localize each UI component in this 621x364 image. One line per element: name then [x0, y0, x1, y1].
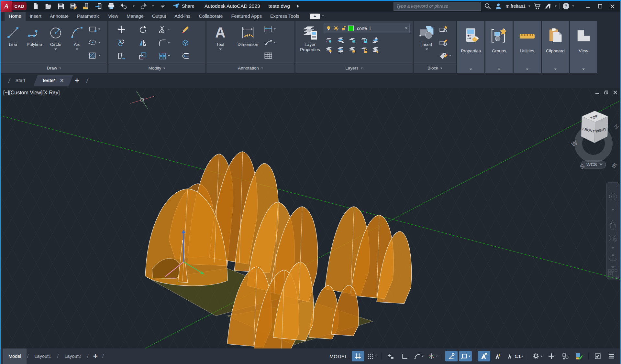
copy-button[interactable]	[111, 38, 132, 47]
ribbon-collapse-button[interactable]	[310, 14, 320, 19]
save-as-icon[interactable]	[70, 2, 77, 10]
navigation-bar[interactable]	[606, 182, 619, 279]
close-button[interactable]	[606, 1, 618, 11]
tab-featured-apps[interactable]: Featured Apps	[227, 12, 266, 21]
linear-dimension-button[interactable]	[264, 24, 276, 35]
scale-dropdown-icon[interactable]	[522, 356, 524, 357]
viewport-close-icon[interactable]	[613, 91, 617, 94]
circle-dropdown-icon[interactable]	[54, 48, 57, 50]
ellipse-dropdown-icon[interactable]	[98, 42, 100, 43]
app-store-cart-icon[interactable]	[533, 2, 541, 10]
layer-dropdown[interactable]: corte_l	[324, 24, 410, 33]
tab-collaborate[interactable]: Collaborate	[194, 12, 227, 21]
model-canvas[interactable]: W S E N TOP FRONT RIGHT WCS	[1, 88, 620, 348]
layer-isolate-button[interactable]	[337, 37, 345, 44]
grid-toggle[interactable]	[352, 351, 364, 361]
annotation-scale-button[interactable]: 1:1	[506, 351, 525, 361]
clean-screen-button[interactable]	[592, 351, 604, 361]
title-expand-icon[interactable]	[297, 5, 299, 8]
move-button[interactable]	[111, 25, 132, 34]
annotation-panel-label[interactable]: Annotation	[206, 63, 294, 73]
autoscale-toggle[interactable]	[492, 351, 504, 361]
help-dropdown-icon[interactable]	[572, 5, 574, 7]
leader-dropdown-icon[interactable]	[274, 42, 276, 43]
autodesk-mark-icon[interactable]	[544, 2, 552, 10]
arc-button[interactable]: Arc	[67, 22, 87, 63]
ellipse-button[interactable]	[88, 37, 100, 48]
object-snap-toggle[interactable]	[459, 351, 472, 361]
layer-properties-button[interactable]: Layer Properties	[298, 22, 322, 63]
fillet-dropdown-icon[interactable]	[168, 42, 170, 43]
utilities-panel-expand-icon[interactable]	[526, 69, 528, 70]
snap-dropdown-icon[interactable]	[375, 356, 377, 357]
circle-button[interactable]: Circle	[46, 22, 66, 63]
tab-model[interactable]: Model	[3, 348, 27, 364]
array-button[interactable]	[153, 52, 175, 60]
viewport-restore-icon[interactable]	[604, 91, 608, 94]
tab-parametric[interactable]: Parametric	[73, 12, 104, 21]
mirror-button[interactable]	[132, 38, 153, 47]
layer-unlock-all-button[interactable]	[360, 47, 369, 54]
rotate-button[interactable]	[132, 25, 153, 34]
layer-lock-button[interactable]	[360, 37, 369, 44]
viewport-controls-label[interactable]: [−][Custom View][X-Ray]	[3, 90, 60, 96]
hatch-button[interactable]	[88, 50, 100, 61]
isodraft-dropdown-icon[interactable]	[436, 356, 438, 357]
hatch-dropdown-icon[interactable]	[98, 55, 100, 56]
help-icon[interactable]: ?	[563, 3, 569, 9]
user-avatar-icon[interactable]	[494, 2, 502, 10]
object-snap-tracking-toggle[interactable]	[445, 351, 458, 361]
layer-unisolate-button[interactable]	[337, 47, 345, 54]
viewport-minimize-icon[interactable]	[595, 91, 599, 94]
search-icon[interactable]	[484, 2, 492, 10]
close-tab-icon[interactable]: ✕	[60, 78, 64, 83]
layer-dropdown-icon[interactable]	[405, 27, 407, 29]
tab-add-ins[interactable]: Add-ins	[170, 12, 194, 21]
workspace-dropdown-icon[interactable]	[540, 356, 542, 357]
rectangle-button[interactable]	[88, 24, 100, 35]
layers-panel-label[interactable]: Layers	[295, 63, 413, 73]
push-to-mobile-icon[interactable]	[95, 2, 103, 10]
fillet-button[interactable]	[153, 38, 175, 47]
open-from-mobile-icon[interactable]	[82, 2, 90, 10]
file-tab-teste[interactable]: teste* ✕	[36, 75, 71, 86]
block-panel-label[interactable]: Block	[414, 63, 456, 73]
explode-button[interactable]	[175, 38, 196, 47]
modify-panel-label[interactable]: Modify	[108, 63, 205, 73]
tab-express-tools[interactable]: Express Tools	[266, 12, 304, 21]
trim-button[interactable]	[153, 25, 175, 34]
undo-icon[interactable]	[120, 2, 128, 10]
osnap-dropdown-icon[interactable]	[469, 356, 471, 357]
layer-off-button[interactable]	[325, 37, 334, 44]
ortho-toggle[interactable]	[398, 351, 411, 361]
model-space-label[interactable]: MODEL	[329, 354, 348, 359]
view-panel-expand-icon[interactable]	[582, 69, 585, 70]
layer-on-all-button[interactable]	[325, 47, 334, 54]
plot-icon[interactable]	[107, 2, 115, 10]
tab-annotate[interactable]: Annotate	[46, 12, 73, 21]
edit-block-button[interactable]	[439, 37, 451, 48]
polar-dropdown-icon[interactable]	[422, 356, 424, 357]
arc-dropdown-icon[interactable]	[76, 48, 78, 50]
maximize-button[interactable]	[594, 1, 606, 11]
layer-make-current-button[interactable]	[372, 37, 380, 44]
tab-output[interactable]: Output	[148, 12, 171, 21]
minimize-button[interactable]	[582, 1, 594, 11]
layer-on-icon[interactable]	[326, 26, 331, 31]
graphics-performance-button[interactable]	[573, 351, 585, 361]
polyline-button[interactable]: Polyline	[24, 22, 44, 63]
wcs-dropdown[interactable]: WCS	[581, 161, 606, 168]
layer-thaw-icon[interactable]	[333, 26, 339, 31]
share-button[interactable]: Share	[172, 3, 194, 10]
array-dropdown-icon[interactable]	[168, 55, 170, 57]
autodesk-dropdown-icon[interactable]	[555, 5, 557, 7]
redo-dropdown-icon[interactable]	[152, 5, 154, 7]
ribbon-display-dropdown-icon[interactable]	[322, 16, 324, 17]
undo-dropdown-icon[interactable]	[133, 5, 135, 7]
create-block-button[interactable]	[439, 24, 451, 35]
attributes-dropdown-icon[interactable]	[449, 55, 451, 56]
properties-panel-expand-icon[interactable]	[470, 69, 472, 70]
file-tab-start[interactable]: Start	[14, 78, 28, 83]
panel-groups[interactable]: Groups	[485, 21, 513, 73]
workspace-switching-button[interactable]	[531, 351, 544, 361]
